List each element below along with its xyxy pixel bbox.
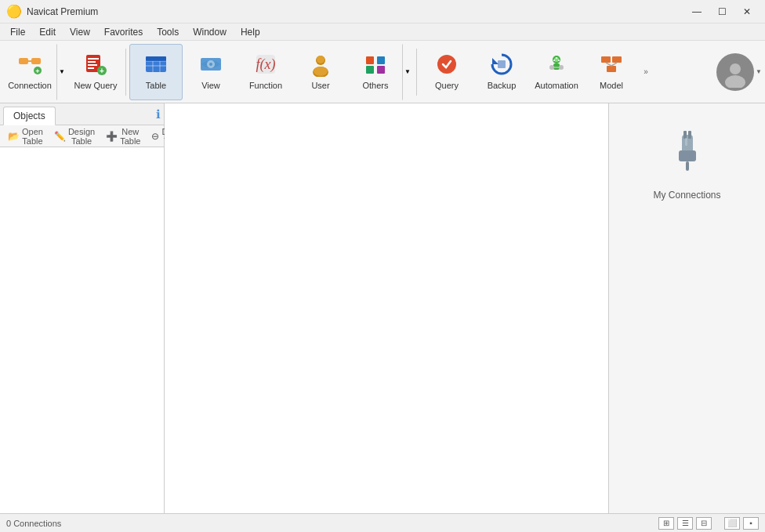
svg-rect-0 [19,58,28,64]
model-button[interactable]: Model [585,44,638,100]
model-svg [599,52,624,77]
list-view-button[interactable]: ☰ [677,517,693,530]
query-icon [434,52,459,79]
function-icon: f(x) [253,52,278,79]
backup-label: Backup [488,81,517,91]
svg-rect-34 [498,60,506,68]
svg-rect-8 [88,64,97,66]
info-button[interactable]: ℹ [156,107,161,121]
title-bar: 🟡 Navicat Premium — ☐ ✕ [0,0,765,24]
svg-rect-6 [88,58,99,60]
user-svg [308,52,333,77]
svg-rect-7 [88,61,96,63]
status-bar: 0 Connections ⊞ ☰ ⊟ ⬜ ▪ [0,513,765,532]
view-svg [198,52,223,77]
table-label: Table [146,81,166,91]
user-icon [308,52,333,79]
view-icon [198,52,223,79]
new-query-icon: + [83,52,108,79]
new-table-button[interactable]: ➕ New Table [101,125,145,147]
connection-button-group: + Connection ▼ [3,44,67,100]
detail-view-button[interactable]: ⊟ [696,517,712,530]
menu-tools[interactable]: Tools [150,24,186,40]
profile-avatar[interactable] [716,53,754,91]
open-table-button[interactable]: 📂 Open Table [3,125,48,147]
split-right-button[interactable]: ▪ [743,517,759,530]
svg-point-43 [558,60,560,61]
others-icon [363,52,388,79]
user-label: User [311,81,329,91]
close-button[interactable]: ✕ [735,4,759,20]
table-button[interactable]: Table [129,44,183,100]
others-arrow-icon: ▼ [404,68,411,75]
backup-button[interactable]: Backup [475,44,528,100]
view-label: View [201,81,220,91]
maximize-button[interactable]: ☐ [710,4,734,20]
user-button[interactable]: User [294,44,347,100]
others-dropdown-arrow[interactable]: ▼ [402,44,413,100]
profile-area: ▼ [716,53,762,91]
others-label: Others [362,81,388,91]
svg-point-42 [553,60,555,61]
svg-rect-9 [88,67,94,69]
svg-rect-45 [612,56,622,63]
svg-rect-56 [686,161,689,171]
function-label: Function [249,81,282,91]
toolbar-right: ▼ [716,53,762,91]
view-separator [715,517,721,530]
toolbar: + Connection ▼ + New Query [0,41,765,103]
svg-rect-54 [688,131,691,139]
toolbar-separator-2 [416,49,417,96]
split-left-button[interactable]: ⬜ [724,517,740,530]
toolbar-overflow-button[interactable]: » [640,44,652,100]
svg-rect-44 [601,56,611,63]
new-query-button[interactable]: + New Query [69,44,122,100]
design-table-icon: ✏️ [54,131,66,142]
tab-objects[interactable]: Objects [3,107,56,125]
others-button[interactable]: Others [349,44,402,100]
toolbar-separator-1 [125,49,126,96]
function-button[interactable]: f(x) Function [239,44,292,100]
avatar-svg [720,56,751,88]
model-icon [599,52,624,79]
connection-button[interactable]: + Connection [3,44,56,100]
right-panel: My Connections [608,103,765,513]
table-icon [143,52,169,79]
svg-rect-1 [31,58,41,64]
query-svg [434,52,459,77]
menu-window[interactable]: Window [186,24,234,40]
menu-view[interactable]: View [63,24,97,40]
svg-marker-33 [492,58,499,64]
svg-rect-37 [553,63,560,70]
info-area: ℹ [156,107,161,125]
design-table-button[interactable]: ✏️ Design Table [49,125,100,147]
backup-icon [489,52,514,79]
minimize-button[interactable]: — [685,4,709,20]
query-button[interactable]: Query [420,44,473,100]
svg-rect-53 [683,131,687,139]
view-button[interactable]: View [184,44,237,100]
profile-arrow-icon: ▼ [756,68,762,75]
svg-rect-31 [377,66,385,74]
svg-rect-18 [146,56,166,61]
menu-bar: File Edit View Favorites Tools Window He… [0,24,765,41]
menu-file[interactable]: File [3,24,32,40]
svg-point-26 [317,56,324,63]
content-panel [165,103,608,513]
svg-line-48 [611,63,617,66]
menu-help[interactable]: Help [234,24,267,40]
open-table-icon: 📂 [8,131,20,142]
delete-table-icon: ⊖ [151,131,159,142]
app-logo: 🟡 [6,4,22,19]
my-connections-label: My Connections [653,190,720,201]
profile-dropdown-arrow[interactable]: ▼ [756,68,762,75]
grid-view-button[interactable]: ⊞ [658,517,674,530]
connection-dropdown-arrow[interactable]: ▼ [56,44,67,100]
new-table-label: New Table [120,127,140,146]
new-query-label: New Query [74,81,117,91]
automation-button[interactable]: Automation [530,44,583,100]
menu-edit[interactable]: Edit [32,24,63,40]
svg-rect-29 [377,56,385,64]
menu-favorites[interactable]: Favorites [97,24,150,40]
design-table-label: Design Table [68,127,95,146]
